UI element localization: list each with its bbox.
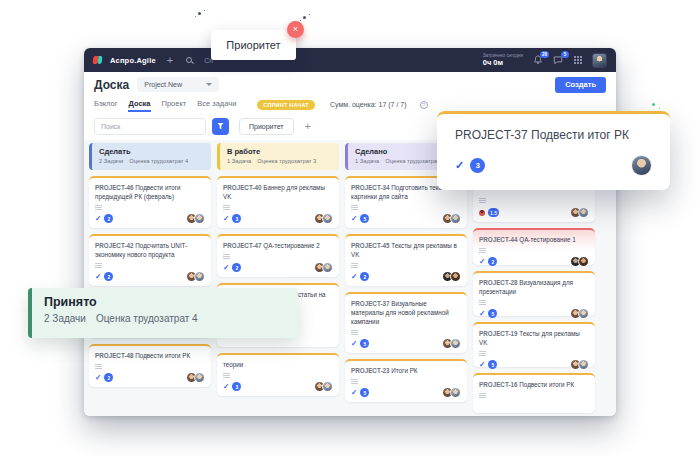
- description-icon: [95, 205, 102, 206]
- create-button[interactable]: Создать: [555, 77, 606, 93]
- task-card[interactable]: PROJECT-37 Визуальные материалы для ново…: [345, 292, 467, 353]
- task-footer: ✓2: [95, 271, 205, 282]
- notifications-button[interactable]: 26: [532, 55, 543, 66]
- avatars: [442, 387, 461, 398]
- priority-tooltip-label: Приоритет: [226, 39, 280, 51]
- bug-icon: [479, 210, 485, 216]
- dragged-task-title: PROJECT-37 Подвести итог РК: [455, 128, 652, 142]
- estimate-badge: 2: [232, 263, 241, 272]
- sparkle-decoration: [652, 103, 655, 106]
- task-footer: ✓5: [351, 338, 461, 349]
- task-card[interactable]: PROJECT-45 Тексты для рекламы в VK✓2: [345, 234, 467, 286]
- check-icon: ✓: [455, 160, 464, 171]
- task-id: PROJECT-34: [351, 184, 390, 191]
- avatar: [578, 207, 589, 218]
- filter-button[interactable]: [212, 118, 229, 135]
- dragged-task-footer: ✓ 3: [455, 155, 652, 176]
- task-card[interactable]: PROJECT-48 Подвести итоги РК✓2: [89, 344, 211, 387]
- estimate-badge: 2: [104, 214, 113, 223]
- dragged-task-card[interactable]: PROJECT-37 Подвести итог РК ✓ 3: [437, 111, 670, 190]
- task-card[interactable]: PROJECT-40 Баннер для рекламы VK✓3: [217, 176, 339, 228]
- accepted-estimate: Оценка трудозатрат 4: [96, 313, 198, 324]
- task-title: PROJECT-44 QA-тестирование 1: [479, 235, 589, 244]
- avatar: [322, 213, 333, 224]
- tab-all-tasks[interactable]: Все задачи: [197, 97, 236, 112]
- task-card[interactable]: PROJECT-47 QA-тестирование 2✓2: [217, 234, 339, 277]
- add-icon[interactable]: +: [167, 55, 173, 66]
- avatars: [314, 381, 333, 392]
- task-id: PROJECT-19: [479, 330, 518, 337]
- task-title: PROJECT-23 Итоги РК: [351, 366, 461, 375]
- task-footer: ✓3: [223, 381, 333, 392]
- estimate-badge: 5: [488, 360, 497, 369]
- avatar: [450, 338, 461, 349]
- task-card[interactable]: теории✓3: [217, 353, 339, 396]
- check-icon: ✓: [223, 383, 229, 391]
- task-footer: ✓5: [351, 387, 461, 398]
- chevron-down-icon: [206, 83, 212, 86]
- description-icon: [95, 263, 102, 264]
- task-title: PROJECT-47 QA-тестирование 2: [223, 241, 333, 250]
- task-id: PROJECT-16: [479, 381, 518, 388]
- info-icon[interactable]: ?: [420, 101, 428, 109]
- task-card[interactable]: PROJECT-19 Тексты для рекламы VK✓5: [473, 322, 595, 367]
- time-tracker: Затрачено сегодня 0ч 0м: [483, 53, 523, 68]
- task-title: PROJECT-37 Визуальные материалы для ново…: [351, 299, 461, 326]
- avatars: [314, 213, 333, 224]
- description-icon: [95, 364, 102, 365]
- board-selector-value: Project.New: [144, 81, 182, 88]
- task-footer: ✓2: [95, 372, 205, 383]
- description-icon: [223, 373, 230, 374]
- task-footer: ✓5: [351, 213, 461, 224]
- search-input[interactable]: [94, 118, 206, 135]
- description-icon: [351, 263, 358, 264]
- board-column: Сделать2 ЗадачиОценка трудозатрат 4PROJE…: [89, 143, 211, 413]
- tab-project[interactable]: Проект: [162, 97, 187, 112]
- task-card[interactable]: PROJECT-16 Подвести итоги РК: [473, 373, 595, 413]
- column-meta: 2 ЗадачиОценка трудозатрат 4: [99, 158, 204, 164]
- description-icon: [223, 205, 230, 206]
- check-icon: ✓: [479, 361, 485, 369]
- task-card[interactable]: PROJECT-28 Визуализация для презентации✓…: [473, 271, 595, 316]
- avatar: [450, 271, 461, 282]
- app-name: Аспро.Agile: [110, 56, 156, 65]
- priority-filter-chip[interactable]: Приоритет: [239, 118, 294, 135]
- subheader: Доска Project.New Создать: [84, 72, 616, 97]
- accepted-column-overlay: Принято 2 Задачи Оценка трудозатрат 4: [28, 288, 298, 338]
- column-header[interactable]: Сделать2 ЗадачиОценка трудозатрат 4: [89, 143, 211, 170]
- column-estimate: Оценка трудозатрат: [385, 158, 439, 164]
- sparkle-decoration: [303, 16, 306, 19]
- task-id: PROJECT-40: [223, 184, 262, 191]
- avatars: [186, 271, 205, 282]
- check-icon: ✓: [351, 389, 357, 397]
- column-meta: 1 ЗадачаОценка трудозатрат 3: [227, 158, 332, 164]
- task-title: PROJECT-16 Подвести итоги РК: [479, 380, 589, 389]
- user-avatar[interactable]: [592, 53, 607, 68]
- task-id: PROJECT-23: [351, 367, 390, 374]
- add-filter-button[interactable]: +: [305, 120, 311, 132]
- task-card[interactable]: PROJECT-23 Итоги РК✓5: [345, 359, 467, 402]
- task-card[interactable]: PROJECT-42 Подсчитать UNIT-экономику нов…: [89, 234, 211, 286]
- close-icon[interactable]: ×: [287, 21, 304, 38]
- task-footer: 1.5: [479, 207, 589, 218]
- screenshot-stage: Аспро.Agile + Сп Затрачено сегодня 0ч 0м…: [0, 0, 700, 456]
- estimate-badge: 5: [360, 214, 369, 223]
- board-column: В работе1 ЗадачаОценка трудозатрат 3PROJ…: [217, 143, 339, 413]
- board-selector[interactable]: Project.New: [137, 77, 219, 92]
- task-id: PROJECT-46: [95, 184, 134, 191]
- task-title: PROJECT-40 Баннер для рекламы VK: [223, 183, 333, 201]
- column-header[interactable]: В работе1 ЗадачаОценка трудозатрат 3: [217, 143, 339, 170]
- tab-backlog[interactable]: Бэклог: [94, 97, 117, 112]
- avatars: [442, 271, 461, 282]
- sprint-summary: Сумм. оценка: 17 (7 / 7): [330, 101, 407, 108]
- topbar: Аспро.Agile + Сп Затрачено сегодня 0ч 0м…: [84, 48, 616, 72]
- column-estimate: Оценка трудозатрат 3: [257, 158, 316, 164]
- task-footer: ✓2: [95, 213, 205, 224]
- task-card[interactable]: PROJECT-46 Подвести итоги предыдущей РК …: [89, 176, 211, 228]
- grid-icon: [574, 56, 582, 64]
- search-icon[interactable]: [186, 57, 192, 63]
- messages-button[interactable]: 5: [552, 55, 563, 66]
- tab-board[interactable]: Доска: [128, 97, 150, 112]
- apps-menu-button[interactable]: [572, 55, 583, 66]
- task-card[interactable]: PROJECT-44 QA-тестирование 1✓2: [473, 228, 595, 265]
